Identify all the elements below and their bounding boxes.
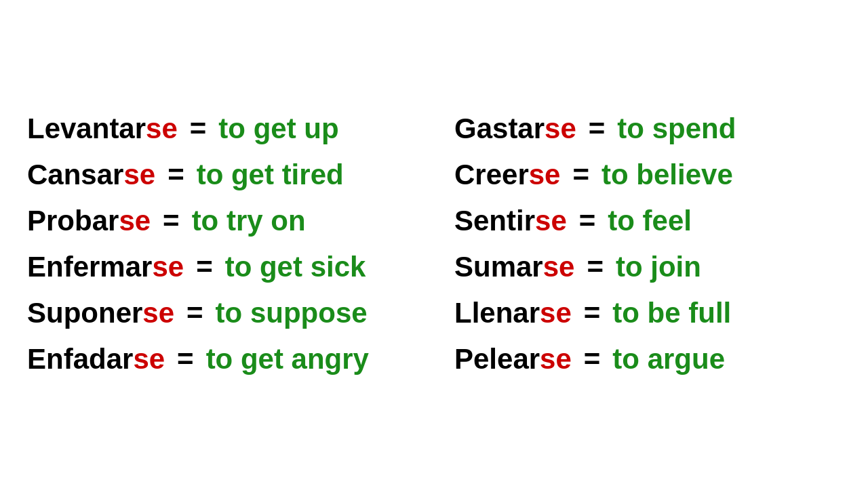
vocab-row-right-4: Llenarse = to be full [454,290,841,336]
vocab-row-left-1: Cansarse = to get tired [27,152,414,198]
vocab-grid: Levantarse = to get up Gastarse = to spe… [0,85,868,403]
se-suffix: se [152,251,184,283]
vocab-row-right-5: Pelearse = to argue [454,336,841,382]
vocab-row-right-0: Gastarse = to spend [454,106,841,152]
spanish-word: Levantarse [27,113,178,145]
english-translation: to join [616,251,701,283]
se-suffix: se [146,113,178,144]
se-suffix: se [543,251,575,283]
equals-sign: = [167,159,184,191]
spanish-word: Sentirse [454,205,567,237]
spanish-word: Cansarse [27,159,155,191]
vocab-row-left-5: Enfadarse = to get angry [27,336,414,382]
spanish-word: Gastarse [454,113,576,145]
spanish-word: Llenarse [454,297,572,329]
se-suffix: se [540,297,572,329]
spanish-word: Enfadarse [27,343,165,375]
se-suffix: se [540,343,572,375]
english-translation: to get sick [225,251,366,283]
equals-sign: = [163,205,180,237]
equals-sign: = [190,113,207,145]
spanish-word: Probarse [27,205,151,237]
vocab-row-right-1: Creerse = to believe [454,152,841,198]
english-translation: to try on [192,205,306,237]
equals-sign: = [186,297,203,329]
equals-sign: = [587,251,604,283]
spanish-word: Enfermarse [27,251,184,283]
english-translation: to spend [617,113,736,145]
vocab-row-left-3: Enfermarse = to get sick [27,244,414,290]
equals-sign: = [177,343,194,375]
english-translation: to feel [608,205,692,237]
vocab-row-left-0: Levantarse = to get up [27,106,414,152]
equals-sign: = [579,205,596,237]
vocab-row-left-4: Suponerse = to suppose [27,290,414,336]
se-suffix: se [535,205,567,237]
se-suffix: se [133,343,165,375]
se-suffix: se [119,205,151,237]
equals-sign: = [589,113,606,145]
spanish-word: Suponerse [27,297,174,329]
spanish-word: Pelearse [454,343,572,375]
vocab-row-left-2: Probarse = to try on [27,198,414,244]
english-translation: to get up [218,113,338,145]
english-translation: to argue [612,343,725,375]
english-translation: to believe [601,159,733,191]
se-suffix: se [545,113,576,144]
english-translation: to get angry [206,343,369,375]
equals-sign: = [584,297,601,329]
spanish-word: Creerse [454,159,560,191]
equals-sign: = [196,251,213,283]
english-translation: to suppose [216,297,368,329]
se-suffix: se [142,297,174,329]
se-suffix: se [529,159,561,190]
spanish-word: Sumarse [454,251,574,283]
english-translation: to get tired [197,159,344,191]
vocab-row-right-2: Sentirse = to feel [454,198,841,244]
vocab-row-right-3: Sumarse = to join [454,244,841,290]
equals-sign: = [572,159,589,191]
se-suffix: se [123,159,155,190]
english-translation: to be full [612,297,731,329]
equals-sign: = [584,343,601,375]
